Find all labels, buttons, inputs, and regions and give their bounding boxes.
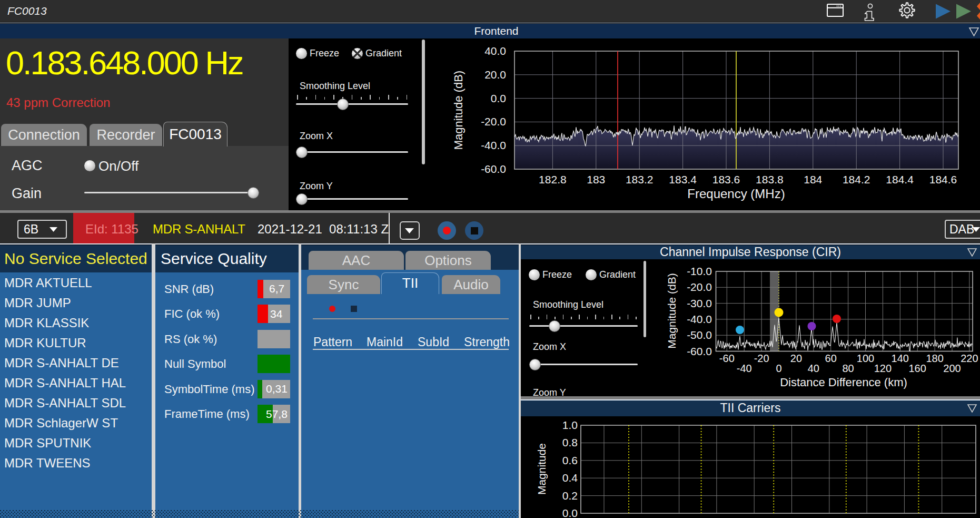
- svg-text:-40.0: -40.0: [687, 313, 712, 325]
- svg-text:-20: -20: [754, 353, 769, 364]
- svg-text:Frequency (MHz): Frequency (MHz): [687, 187, 785, 201]
- svg-text:140: 140: [892, 353, 909, 364]
- svg-text:40.0: 40.0: [484, 45, 506, 57]
- svg-text:0.8: 0.8: [562, 436, 578, 448]
- svg-text:-60.0: -60.0: [687, 345, 712, 357]
- svg-text:184.4: 184.4: [886, 173, 914, 185]
- svg-text:220: 220: [961, 353, 978, 364]
- svg-text:0.6: 0.6: [562, 454, 578, 466]
- svg-text:Magnitude (dB): Magnitude (dB): [666, 273, 678, 349]
- svg-text:0.0: 0.0: [491, 92, 506, 104]
- svg-text:0.4: 0.4: [562, 472, 578, 484]
- svg-text:-40: -40: [737, 363, 752, 374]
- svg-text:1.0: 1.0: [562, 419, 578, 431]
- svg-text:183.2: 183.2: [626, 173, 654, 185]
- svg-text:184.6: 184.6: [929, 173, 957, 185]
- svg-text:184.2: 184.2: [843, 173, 870, 185]
- svg-text:180: 180: [926, 353, 943, 364]
- svg-text:184: 184: [804, 173, 822, 185]
- svg-text:Magnitude: Magnitude: [536, 443, 548, 495]
- svg-text:100: 100: [857, 353, 874, 364]
- svg-text:182.8: 182.8: [539, 173, 567, 185]
- svg-text:183.4: 183.4: [669, 173, 697, 185]
- svg-text:-20.0: -20.0: [687, 281, 712, 293]
- svg-text:183: 183: [587, 173, 605, 185]
- svg-text:40: 40: [808, 363, 819, 374]
- svg-text:Magnitude (dB): Magnitude (dB): [452, 71, 465, 150]
- svg-text:0.0: 0.0: [562, 507, 578, 518]
- svg-text:183.6: 183.6: [712, 173, 740, 185]
- svg-text:-30.0: -30.0: [687, 297, 712, 309]
- svg-text:-60: -60: [719, 353, 735, 364]
- svg-text:-40.0: -40.0: [481, 139, 506, 151]
- svg-text:183.8: 183.8: [756, 173, 784, 185]
- svg-text:80: 80: [842, 363, 854, 374]
- svg-text:-60.0: -60.0: [481, 163, 506, 175]
- svg-text:0: 0: [776, 363, 781, 374]
- svg-text:-10.0: -10.0: [687, 265, 712, 277]
- svg-text:60: 60: [825, 353, 837, 364]
- svg-text:-20.0: -20.0: [481, 115, 506, 128]
- svg-text:0.2: 0.2: [562, 490, 578, 502]
- svg-text:-50.0: -50.0: [687, 329, 712, 341]
- svg-text:20.0: 20.0: [484, 69, 506, 81]
- svg-text:Distance Difference (km): Distance Difference (km): [780, 376, 907, 389]
- svg-text:160: 160: [909, 363, 926, 374]
- svg-text:120: 120: [874, 363, 892, 374]
- svg-text:200: 200: [943, 363, 961, 374]
- svg-text:20: 20: [790, 353, 802, 364]
